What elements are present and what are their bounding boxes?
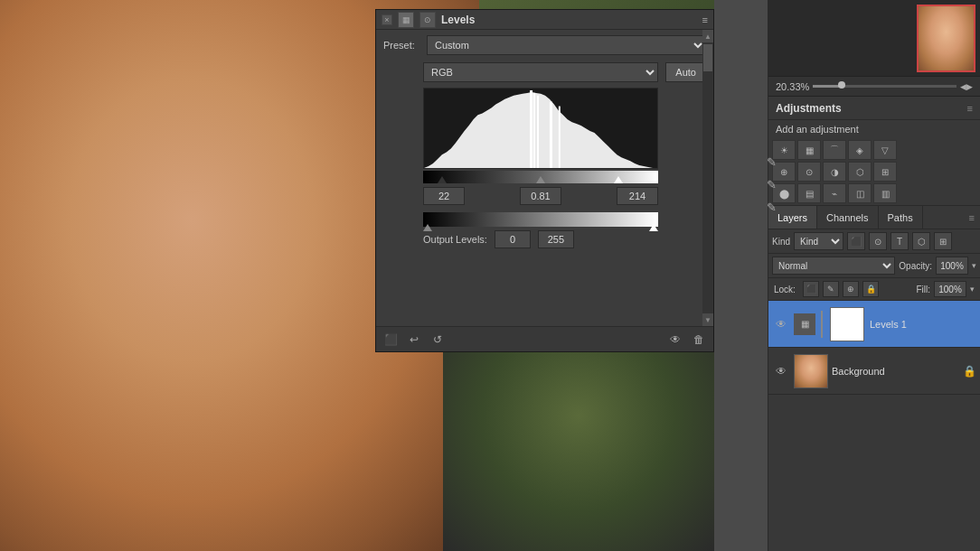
document-thumbnail xyxy=(917,5,975,72)
black-white-icon[interactable]: ◑ xyxy=(823,162,846,182)
right-panel: 20.33% ◀▶ Adjustments ≡ Add an adjustmen… xyxy=(768,0,980,551)
lock-pixels-icon[interactable]: ⬛ xyxy=(803,281,819,297)
white-point-slider[interactable] xyxy=(614,176,623,183)
lock-position-icon[interactable]: ✎ xyxy=(823,281,839,297)
opacity-arrow[interactable]: ▾ xyxy=(972,261,976,270)
mask-tab-icon[interactable]: ⊙ xyxy=(419,12,436,28)
exposure-icon[interactable]: ◈ xyxy=(848,140,872,160)
layer-visibility-background[interactable]: 👁 xyxy=(772,362,790,380)
black-point-slider[interactable] xyxy=(438,176,447,183)
levels-icon[interactable]: ▦ xyxy=(797,140,821,160)
layer-item-levels1[interactable]: 👁 ▦ Levels 1 xyxy=(768,301,980,348)
clip-below-toolbar-icon[interactable]: ⬛ xyxy=(382,331,400,349)
layers-list: 👁 ▦ Levels 1 👁 Background 🔒 xyxy=(768,301,980,551)
adj-row-1: ☀ ▦ ⌒ ◈ ▽ xyxy=(772,140,976,160)
histogram-display xyxy=(423,88,658,169)
curves-icon[interactable]: ⌒ xyxy=(823,140,846,160)
zoom-thumb[interactable] xyxy=(838,81,845,89)
opacity-input[interactable] xyxy=(936,257,968,275)
lock-artboard-icon[interactable]: ⊕ xyxy=(843,281,859,297)
output-low-input[interactable] xyxy=(495,230,531,248)
panel-scrollbar[interactable]: ▲ ▼ xyxy=(702,30,713,326)
layer-smart-icon[interactable]: ⊞ xyxy=(934,232,952,250)
black-point-input[interactable] xyxy=(423,187,465,205)
delete-toolbar-icon[interactable]: 🗑 xyxy=(690,331,708,349)
kind-label: Kind xyxy=(772,237,790,247)
layer-visibility-levels1[interactable]: 👁 xyxy=(772,315,790,333)
background-layer-thumbnail xyxy=(794,354,828,388)
lock-label: Lock: xyxy=(774,285,799,294)
vibrance-icon[interactable]: ▽ xyxy=(873,140,897,160)
fill-input[interactable] xyxy=(934,281,966,297)
levels-adjustment-icon: ▦ xyxy=(794,313,815,335)
adjustments-title: Adjustments xyxy=(776,102,842,115)
lock-fill-row: Lock: ⬛ ✎ ⊕ 🔒 Fill: ▾ xyxy=(768,278,980,301)
lock-all-icon[interactable]: 🔒 xyxy=(862,281,879,297)
blend-mode-select[interactable]: Normal xyxy=(772,257,895,275)
adj-row-3: ⬤ ▤ ⌁ ◫ ▥ xyxy=(772,183,976,203)
layers-menu-button[interactable]: ≡ xyxy=(964,212,980,223)
channel-select[interactable]: RGB xyxy=(423,62,658,82)
white-point-input[interactable] xyxy=(617,187,658,205)
clip-above-toolbar-icon[interactable]: ↩ xyxy=(405,331,423,349)
sample-midtones-tool[interactable]: ✎ xyxy=(762,175,780,193)
layer-item-background[interactable]: 👁 Background 🔒 xyxy=(768,348,980,395)
channel-mixer-icon[interactable]: ⊞ xyxy=(873,162,897,182)
scroll-up-arrow[interactable]: ▲ xyxy=(702,30,713,42)
kind-select[interactable]: Kind xyxy=(794,232,843,250)
histogram-container xyxy=(423,88,706,169)
auto-button[interactable]: Auto xyxy=(665,62,706,82)
photo-filter-icon[interactable]: ⬡ xyxy=(848,162,872,182)
svg-rect-4 xyxy=(550,102,552,168)
blend-opacity-row: Normal Opacity: ▾ xyxy=(768,254,980,278)
adjustments-menu[interactable]: ≡ xyxy=(967,103,973,114)
layer-shape-icon[interactable]: ⬡ xyxy=(912,232,930,250)
zoom-bar: 20.33% ◀▶ xyxy=(768,77,980,97)
properties-toolbar: ⬛ ↩ ↺ 👁 🗑 xyxy=(376,326,713,351)
thumbnail-image xyxy=(919,6,974,70)
scroll-thumb[interactable] xyxy=(703,44,712,71)
zoom-max-icon[interactable]: ◀▶ xyxy=(960,82,973,91)
properties-panel: × ▦ ⊙ Levels ≡ Preset: Custom RGB Auto ✎… xyxy=(375,9,714,352)
tab-paths[interactable]: Paths xyxy=(879,206,923,229)
output-high-thumb[interactable] xyxy=(649,224,658,231)
adjustments-header: Adjustments ≡ xyxy=(768,97,980,120)
zoom-slider[interactable] xyxy=(813,85,956,88)
visibility-toolbar-icon[interactable]: 👁 xyxy=(666,331,684,349)
svg-rect-1 xyxy=(530,90,532,168)
close-button[interactable]: × xyxy=(382,14,392,25)
background-layer-name: Background xyxy=(832,366,959,377)
sample-shadows-tool[interactable]: ✎ xyxy=(762,153,780,171)
zoom-level: 20.33% xyxy=(776,81,809,92)
thumbnail-area xyxy=(768,0,980,77)
selective-color-icon[interactable]: ◫ xyxy=(848,183,872,203)
posterize-icon[interactable]: ▤ xyxy=(797,183,821,203)
midtone-input[interactable] xyxy=(520,187,561,205)
tab-channels[interactable]: Channels xyxy=(817,206,878,229)
output-low-thumb[interactable] xyxy=(423,224,432,231)
channel-row: RGB Auto xyxy=(376,61,713,88)
sample-highlights-tool[interactable]: ✎ xyxy=(762,198,780,216)
histogram-svg xyxy=(424,89,657,168)
threshold-icon[interactable]: ⌁ xyxy=(823,183,846,203)
layer-text-icon[interactable]: T xyxy=(890,232,909,250)
fill-arrow[interactable]: ▾ xyxy=(970,285,975,294)
reset-toolbar-icon[interactable]: ↺ xyxy=(429,331,447,349)
midtone-slider[interactable] xyxy=(536,176,545,183)
layer-adjustment-icon[interactable]: ⊙ xyxy=(869,232,887,250)
preset-select[interactable]: Custom xyxy=(427,35,706,55)
color-balance-icon[interactable]: ⊙ xyxy=(797,162,821,182)
input-slider-track[interactable] xyxy=(423,171,658,183)
panel-menu-button[interactable]: ≡ xyxy=(702,14,708,25)
output-high-input[interactable] xyxy=(538,230,574,248)
gradient-map-icon[interactable]: ▥ xyxy=(873,183,897,203)
layer-chain-icon xyxy=(821,311,823,338)
levels1-layer-name: Levels 1 xyxy=(870,319,976,330)
layer-filter-icon[interactable]: ⬛ xyxy=(847,232,865,250)
panel-titlebar: × ▦ ⊙ Levels ≡ xyxy=(376,10,713,30)
scroll-down-arrow[interactable]: ▼ xyxy=(702,313,713,326)
adj-row-2: ⊕ ⊙ ◑ ⬡ ⊞ xyxy=(772,162,976,182)
histogram-tab-icon[interactable]: ▦ xyxy=(398,12,414,28)
input-slider-row xyxy=(423,171,658,183)
output-label: Output Levels: xyxy=(423,234,487,245)
